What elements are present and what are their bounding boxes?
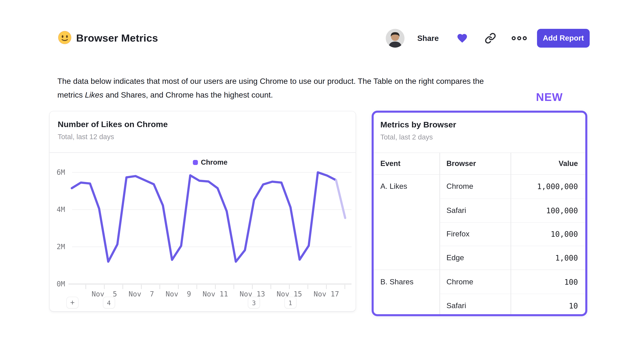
avatar[interactable] bbox=[386, 29, 404, 48]
add-annotation-button[interactable]: + bbox=[66, 297, 78, 308]
event-cell bbox=[374, 246, 440, 270]
browser-cell: Firefox bbox=[440, 230, 510, 238]
browser-cell: Chrome bbox=[440, 278, 510, 286]
browser-cell: Safari bbox=[440, 206, 510, 215]
event-cell bbox=[374, 222, 440, 246]
likes-line-chart: 0M2M4M6MNov 5Nov 7Nov 9Nov 11Nov 13Nov 1… bbox=[50, 111, 356, 311]
favorite-heart-icon[interactable] bbox=[456, 32, 468, 44]
annotation-marker-1[interactable]: 1 bbox=[284, 297, 296, 308]
table-subtitle: Total, last 2 days bbox=[380, 133, 578, 141]
event-cell bbox=[374, 294, 440, 316]
event-cell: B. Shares bbox=[374, 270, 440, 294]
add-report-button[interactable]: Add Report bbox=[537, 29, 590, 48]
x-axis-label: Nov 17 bbox=[314, 290, 339, 298]
x-axis-label: Nov 7 bbox=[129, 290, 154, 298]
value-cell: 10,000 bbox=[510, 230, 585, 238]
column-divider bbox=[510, 152, 511, 316]
table-card-header: Metrics by Browser Total, last 2 days bbox=[374, 113, 585, 141]
new-badge: NEW bbox=[536, 91, 563, 104]
share-button[interactable]: Share bbox=[417, 34, 439, 43]
column-divider bbox=[440, 152, 440, 316]
table-row: A. LikesChrome1,000,000 bbox=[374, 175, 585, 198]
y-axis-label: 0M bbox=[56, 280, 65, 288]
smiley-emoji-icon bbox=[57, 30, 72, 46]
table-row: Safari10 bbox=[374, 294, 585, 316]
x-axis-label: Nov 11 bbox=[202, 290, 228, 298]
y-axis-label: 4M bbox=[56, 206, 65, 214]
value-cell: 1,000,000 bbox=[510, 182, 585, 191]
table-header-row: EventBrowserValue bbox=[374, 152, 585, 175]
x-axis-label: Nov 9 bbox=[166, 290, 191, 298]
event-cell: A. Likes bbox=[374, 175, 440, 198]
table-row: Edge1,000 bbox=[374, 246, 585, 270]
value-cell: 10 bbox=[510, 302, 585, 310]
event-cell bbox=[374, 198, 440, 222]
annotation-marker-3[interactable]: 3 bbox=[248, 297, 260, 308]
table-row: Safari100,000 bbox=[374, 198, 585, 222]
notebook-page: Browser Metrics Share bbox=[0, 0, 644, 339]
header-actions: Share Add Report bbox=[386, 29, 590, 48]
browser-cell: Safari bbox=[440, 302, 510, 310]
table-title: Metrics by Browser bbox=[380, 120, 578, 130]
page-title: Browser Metrics bbox=[76, 32, 158, 44]
table-row: Firefox10,000 bbox=[374, 222, 585, 246]
likes-chart-card: Number of Likes on Chrome Total, last 12… bbox=[49, 111, 356, 312]
column-header-event: Event bbox=[374, 159, 440, 168]
title-wrap: Browser Metrics bbox=[57, 30, 158, 46]
header-bar: Browser Metrics Share bbox=[57, 28, 590, 48]
value-cell: 100 bbox=[510, 278, 585, 286]
annotation-marker-4[interactable]: 4 bbox=[103, 297, 115, 308]
more-options-icon[interactable] bbox=[512, 36, 527, 41]
description-text: The data below indicates that most of ou… bbox=[57, 74, 594, 102]
value-cell: 100,000 bbox=[510, 206, 585, 215]
metrics-table: EventBrowserValue A. LikesChrome1,000,00… bbox=[374, 152, 585, 316]
metrics-table-card: Metrics by Browser Total, last 2 days Ev… bbox=[372, 111, 587, 316]
copy-link-icon[interactable] bbox=[485, 32, 496, 44]
column-header-value: Value bbox=[510, 159, 585, 168]
y-axis-label: 6M bbox=[56, 168, 65, 176]
column-header-browser: Browser bbox=[440, 159, 510, 168]
value-cell: 1,000 bbox=[510, 254, 585, 262]
browser-cell: Chrome bbox=[440, 182, 510, 191]
table-row: B. SharesChrome100 bbox=[374, 270, 585, 294]
browser-cell: Edge bbox=[440, 254, 510, 262]
y-axis-label: 2M bbox=[56, 242, 65, 251]
